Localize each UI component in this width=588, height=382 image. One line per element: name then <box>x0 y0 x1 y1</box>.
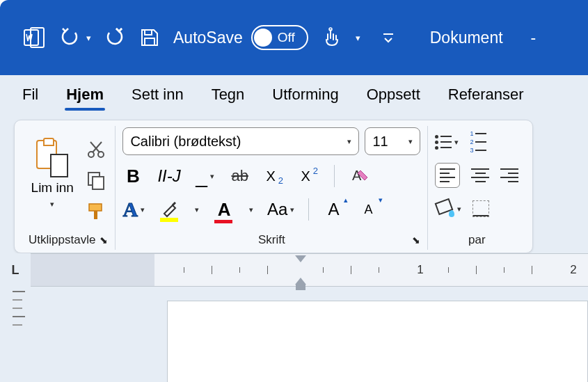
chevron-down-icon: ▾ <box>290 205 294 214</box>
group-font: Calibri (brødtekst) ▾ 11 ▾ B II-J _▾ ab … <box>115 126 427 250</box>
numbering-button[interactable]: 1 2 3 <box>470 131 486 154</box>
svg-rect-3 <box>145 38 154 45</box>
font-color-glyph: A <box>218 199 231 221</box>
svg-rect-1 <box>31 28 44 47</box>
toggle-knob-icon <box>254 29 272 47</box>
horizontal-ruler[interactable]: 1 2 <box>31 253 588 287</box>
hanging-indent-marker[interactable] <box>295 278 306 285</box>
ruler-margin-zone <box>31 254 154 286</box>
save-button[interactable] <box>140 28 159 47</box>
superscript-button[interactable]: X2 <box>299 164 320 189</box>
bullets-button[interactable]: ▾ <box>435 135 459 150</box>
borders-button[interactable] <box>472 200 489 217</box>
italic-button[interactable]: II-J <box>157 164 180 189</box>
strikethrough-button[interactable]: ab <box>230 164 251 189</box>
title-bar: ▾ AutoSave Off ▾ Dokument - <box>0 0 588 75</box>
sup-x: X <box>301 168 310 184</box>
redo-button[interactable] <box>105 27 126 48</box>
format-painter-button[interactable] <box>86 201 106 221</box>
autosave-label: AutoSave <box>173 29 243 47</box>
qat-customize-button[interactable] <box>381 31 395 45</box>
chevron-down-icon: ▾ <box>408 137 413 146</box>
shrink-font-button[interactable]: A▾ <box>358 197 379 222</box>
autosave-state: Off <box>278 30 295 45</box>
tab-tegn[interactable]: Tegn <box>210 79 246 111</box>
align-left-button[interactable] <box>435 163 460 188</box>
svg-rect-13 <box>94 211 97 219</box>
tab-fil[interactable]: Fil <box>21 79 40 111</box>
numbering-icon: 1 2 3 <box>470 131 486 154</box>
shrink-font-glyph: A <box>364 202 372 217</box>
first-line-indent-marker[interactable] <box>295 255 306 262</box>
ruler-area: L 1 2 <box>0 253 588 287</box>
ribbon-tabs: Fil Hjem Sett inn Tegn Utforming Oppsett… <box>0 75 588 114</box>
tab-referanser[interactable]: Referanser <box>447 79 525 111</box>
document-title[interactable]: Dokument <box>430 29 503 47</box>
text-effects-glyph: A <box>122 198 138 221</box>
title-dash: - <box>531 29 537 47</box>
cut-button[interactable] <box>86 140 106 159</box>
font-launcher[interactable]: ⬊ <box>412 234 420 246</box>
font-color-button[interactable]: A <box>213 197 235 222</box>
font-size-select[interactable]: 11 ▾ <box>365 127 420 155</box>
undo-button[interactable] <box>58 27 82 48</box>
sub-n: 2 <box>278 175 283 186</box>
ribbon: Lim inn ▾ <box>0 114 588 253</box>
text-effects-button[interactable]: A▾ <box>122 197 145 222</box>
paste-dropdown[interactable]: ▾ <box>50 200 54 209</box>
bold-button[interactable]: B <box>122 164 143 189</box>
change-case-glyph: Aa <box>267 200 287 219</box>
document-page[interactable] <box>167 301 588 382</box>
subscript-button[interactable]: X2 <box>264 164 285 189</box>
chevron-down-icon: ▾ <box>457 205 461 214</box>
font-name-select[interactable]: Calibri (brødtekst) ▾ <box>122 127 359 155</box>
chevron-down-icon: ▾ <box>141 205 145 214</box>
font-color-bar <box>214 220 232 223</box>
clear-formatting-button[interactable]: A <box>349 164 370 189</box>
paragraph-group-label: par <box>468 233 486 247</box>
borders-icon <box>472 200 489 217</box>
change-case-button[interactable]: Aa▾ <box>267 197 294 222</box>
paste-button[interactable]: Lim inn ▾ <box>31 140 74 209</box>
shading-icon <box>435 199 454 218</box>
font-name-value: Calibri (brødtekst) <box>130 134 241 150</box>
highlight-button[interactable] <box>159 197 181 222</box>
autosave-toggle[interactable]: Off <box>251 25 308 50</box>
font-size-value: 11 <box>372 134 388 150</box>
align-center-button[interactable] <box>471 168 489 182</box>
separator <box>308 198 309 221</box>
ruler-number: 1 <box>417 263 423 277</box>
svg-rect-2 <box>145 30 152 35</box>
font-color-dropdown[interactable]: ▾ <box>249 205 253 214</box>
copy-button[interactable] <box>86 170 106 190</box>
shading-button[interactable]: ▾ <box>435 199 461 218</box>
clipboard-launcher[interactable]: ⬊ <box>100 234 108 246</box>
group-paragraph: ▾ 1 2 3 <box>427 126 525 250</box>
separator <box>334 165 335 187</box>
tab-sett-inn[interactable]: Sett inn <box>130 79 185 111</box>
group-clipboard: Lim inn ▾ <box>22 126 115 250</box>
word-logo-icon <box>24 27 45 48</box>
ruler-number: 2 <box>570 263 576 277</box>
tab-stop-selector[interactable]: L <box>0 253 31 287</box>
paste-label: Lim inn <box>31 180 74 196</box>
sup-n: 2 <box>313 166 318 176</box>
highlight-dropdown[interactable]: ▾ <box>195 205 199 214</box>
left-indent-marker[interactable] <box>296 285 305 290</box>
underline-button[interactable]: _▾ <box>195 164 216 189</box>
document-area <box>0 287 588 382</box>
grow-font-button[interactable]: A▴ <box>323 197 344 222</box>
tab-oppsett[interactable]: Oppsett <box>365 79 422 111</box>
touch-mode-button[interactable] <box>322 27 342 48</box>
align-right-button[interactable] <box>500 168 518 182</box>
svg-rect-12 <box>89 204 102 211</box>
grow-font-glyph: A <box>328 200 339 219</box>
tab-hjem[interactable]: Hjem <box>65 79 105 111</box>
sub-x: X <box>266 168 275 184</box>
undo-dropdown[interactable]: ▾ <box>86 33 91 43</box>
font-group-label: Skrift <box>258 233 285 247</box>
touch-dropdown[interactable]: ▾ <box>356 33 360 43</box>
tab-utforming[interactable]: Utforming <box>271 79 340 111</box>
vertical-ruler[interactable] <box>13 291 25 326</box>
highlight-color-bar <box>160 218 178 222</box>
